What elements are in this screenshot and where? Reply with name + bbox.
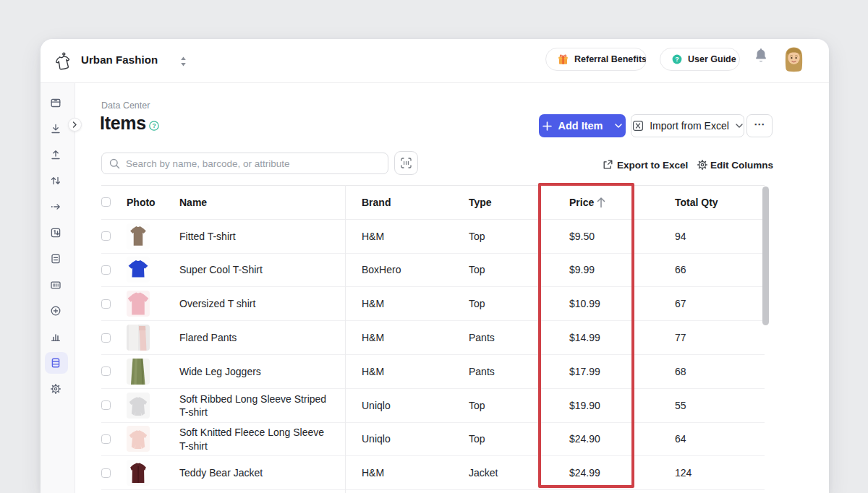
svg-text:?: ? <box>152 122 156 129</box>
svg-text:?: ? <box>675 56 679 63</box>
